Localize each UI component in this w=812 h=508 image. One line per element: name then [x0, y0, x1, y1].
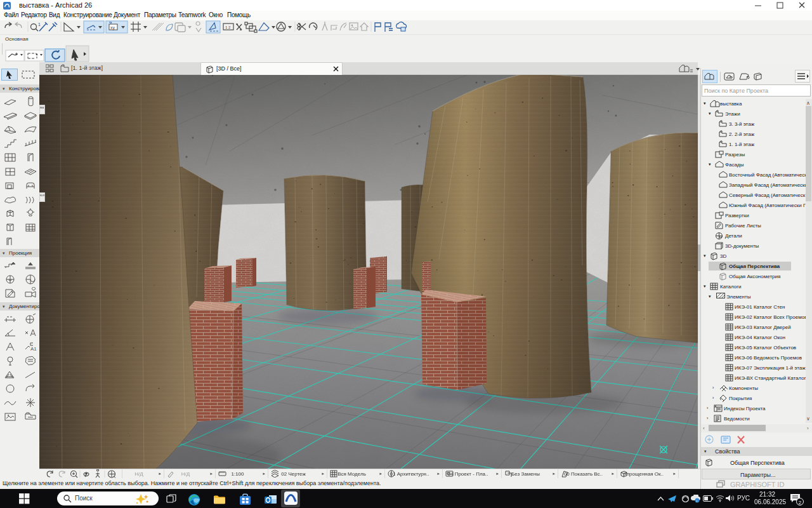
svg-text:2: 2	[799, 500, 802, 505]
svg-text:A1: A1	[30, 346, 37, 352]
svg-text:1: 1	[38, 22, 41, 27]
svg-text:xy: xy	[110, 25, 115, 30]
svg-text:i: i	[697, 499, 697, 503]
svg-text:1 2: 1 2	[225, 25, 231, 29]
